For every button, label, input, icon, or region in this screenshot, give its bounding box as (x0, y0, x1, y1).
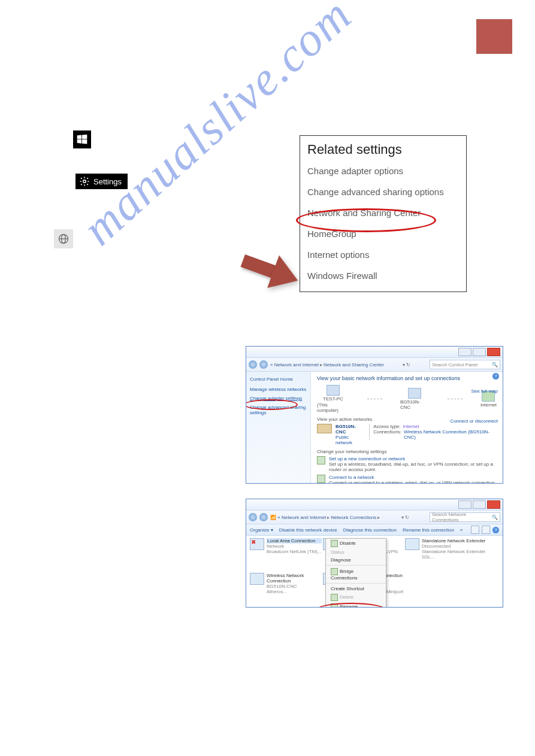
opt-network-sharing-center[interactable]: Network and Sharing Center (307, 208, 459, 218)
active-network-name: BG510N-CNC (335, 424, 365, 435)
windows-logo-icon (73, 130, 91, 148)
disable-device-button[interactable]: Disable this network device (279, 527, 337, 533)
ctx-status: Status (326, 548, 386, 556)
back-button[interactable] (249, 513, 257, 521)
breadcrumb[interactable]: « Network and Internet▸Network and Shari… (270, 362, 384, 368)
svg-marker-1 (82, 135, 87, 139)
close-button[interactable] (487, 348, 500, 356)
view-icon-2[interactable] (482, 526, 490, 534)
change-networking-settings-label: Change your networking settings (317, 449, 497, 454)
opt-internet-options[interactable]: Internet options (307, 250, 459, 260)
toolbar-overflow[interactable]: » (460, 527, 463, 533)
adapter-wireless[interactable]: Wireless Network ConnectionBG510N-CNCAth… (250, 573, 322, 608)
main-title: View your basic network information and … (317, 375, 497, 381)
titlebar (246, 347, 503, 358)
connect-disconnect-link[interactable]: Connect or disconnect (450, 418, 498, 424)
ctx-rename[interactable]: Rename (326, 602, 386, 608)
ctx-bridge[interactable]: Bridge Connections (326, 567, 386, 582)
forward-button[interactable] (259, 360, 268, 369)
ctx-diagnose[interactable]: Diagnose (326, 556, 386, 564)
maximize-button[interactable] (473, 348, 486, 356)
close-button[interactable] (487, 500, 500, 509)
search-placeholder: Search Control Panel (432, 362, 477, 368)
help-icon[interactable]: ? (492, 373, 499, 379)
network-map: TEST-PC(This computer) BG510N-CNC Intern… (317, 385, 497, 413)
minimize-button[interactable] (458, 500, 471, 509)
opt-windows-firewall[interactable]: Windows Firewall (307, 271, 459, 281)
left-pane: Control Panel Home Manage wireless netwo… (246, 372, 311, 484)
setup-connection-desc: Set up a wireless, broadband, dial-up, a… (329, 462, 497, 472)
network-connections-window: 📶 « Network and Internet▸Network Connect… (246, 499, 503, 608)
ctx-create-shortcut[interactable]: Create Shortcut (326, 585, 386, 593)
titlebar (246, 499, 503, 511)
settings-badge-label: Settings (93, 177, 122, 186)
breadcrumb[interactable]: 📶 « Network and Internet▸Network Connect… (270, 515, 381, 520)
search-placeholder: Search Network Connections (432, 512, 492, 523)
svg-marker-2 (77, 139, 82, 144)
see-full-map-link[interactable]: See full map (471, 388, 498, 394)
search-input[interactable]: Search Network Connections 🔍 (430, 512, 500, 522)
setup-connection-icon (317, 456, 325, 464)
main-pane: ? View your basic network information an… (311, 372, 503, 484)
connect-network-icon (317, 475, 325, 483)
connect-network-link[interactable]: Connect to a network (329, 475, 374, 480)
router-icon (408, 388, 421, 399)
opt-change-adapter[interactable]: Change adapter options (307, 166, 459, 176)
minimize-button[interactable] (458, 348, 471, 356)
context-menu: Disable Status Diagnose Bridge Connectio… (325, 538, 386, 608)
maximize-button[interactable] (473, 500, 486, 509)
page-accent-box (476, 19, 512, 54)
setup-connection-link[interactable]: Set up a new connection or network (329, 456, 405, 462)
search-icon: 🔍 (492, 515, 498, 520)
network-sharing-center-window: « Network and Internet▸Network and Shari… (246, 346, 503, 484)
settings-badge[interactable]: Settings (75, 174, 128, 189)
svg-marker-0 (77, 135, 82, 139)
control-panel-home[interactable]: Control Panel Home (250, 377, 307, 382)
search-icon: 🔍 (492, 362, 498, 368)
connect-network-desc: Connect or reconnect to a wireless, wire… (329, 480, 496, 484)
nav-row: « Network and Internet▸Network and Shari… (246, 358, 503, 372)
search-input[interactable]: Search Control Panel 🔍 (430, 360, 500, 369)
forward-button[interactable] (259, 513, 268, 521)
change-adapter-settings-link[interactable]: Change adapter settings (250, 396, 307, 401)
ctx-delete: Delete (326, 593, 386, 602)
svg-marker-3 (82, 139, 87, 144)
ctx-disable[interactable]: Disable (326, 539, 386, 548)
adapter-icon (250, 538, 264, 550)
related-settings-panel: Related settings Change adapter options … (300, 135, 467, 292)
opt-homegroup[interactable]: HomeGroup (307, 229, 459, 239)
callout-arrow (237, 244, 304, 298)
gear-icon (79, 176, 90, 187)
change-advanced-sharing-link[interactable]: Change advanced sharing settings (250, 405, 307, 415)
manage-wireless-link[interactable]: Manage wireless networks (250, 387, 307, 392)
svg-point-4 (83, 180, 86, 183)
bench-icon (317, 424, 332, 433)
back-button[interactable] (249, 360, 257, 369)
view-icon[interactable] (471, 526, 479, 534)
wireless-connection-link[interactable]: Wireless Network Connection (BG510N-CNC) (404, 429, 497, 440)
diagnose-button[interactable]: Diagnose this connection (343, 527, 397, 533)
network-globe-icon (54, 229, 73, 248)
active-network-type[interactable]: Public network (335, 435, 365, 445)
adapter-icon (250, 573, 264, 585)
toolbar: Organize ▾ Disable this network device D… (246, 524, 503, 536)
related-settings-title: Related settings (307, 142, 459, 157)
rename-button[interactable]: Rename this connection (403, 527, 454, 533)
opt-change-advanced-sharing[interactable]: Change advanced sharing options (307, 187, 459, 197)
pc-icon (327, 385, 340, 396)
organize-menu[interactable]: Organize ▾ (250, 527, 273, 533)
adapter-standalone-extender[interactable]: Standalone Network ExtenderDisconnectedS… (405, 538, 498, 570)
help-icon[interactable]: ? (492, 527, 499, 533)
nav-row: 📶 « Network and Internet▸Network Connect… (246, 511, 503, 524)
adapter-icon (405, 538, 419, 550)
adapter-local-area[interactable]: Local Area ConnectionNetworkBroadcom Net… (250, 538, 322, 570)
